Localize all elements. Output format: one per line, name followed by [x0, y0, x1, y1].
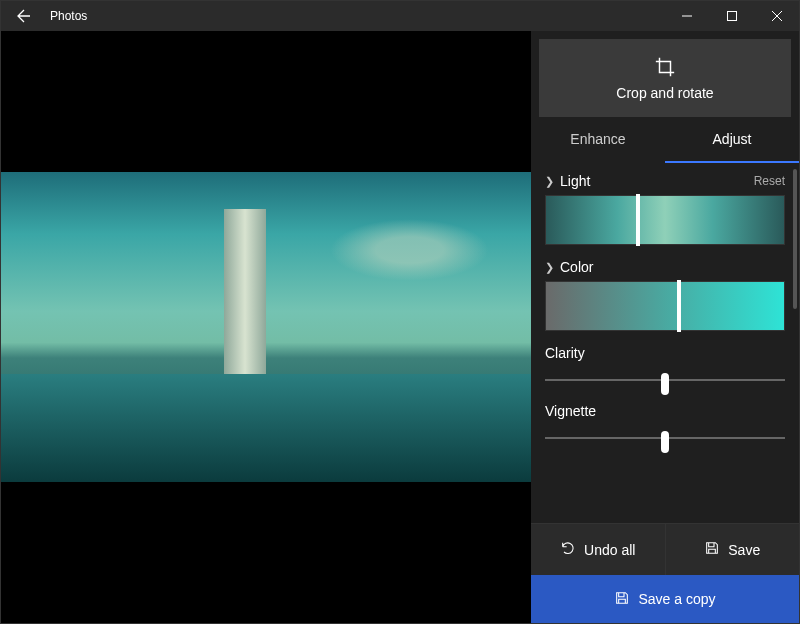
tab-enhance[interactable]: Enhance — [531, 117, 665, 163]
maximize-button[interactable] — [709, 1, 754, 31]
save-label: Save — [728, 542, 760, 558]
vignette-slider[interactable] — [545, 429, 785, 447]
action-bar: Undo all Save — [531, 523, 799, 575]
light-label: Light — [560, 173, 754, 189]
light-section: ❯ Light Reset — [531, 163, 799, 249]
chevron-right-icon[interactable]: ❯ — [545, 175, 554, 188]
clarity-section: Clarity — [531, 335, 799, 393]
clarity-label: Clarity — [545, 345, 785, 361]
chevron-right-icon[interactable]: ❯ — [545, 261, 554, 274]
tab-enhance-label: Enhance — [570, 131, 625, 147]
undo-label: Undo all — [584, 542, 635, 558]
save-copy-icon — [614, 590, 630, 609]
light-handle[interactable] — [636, 194, 640, 246]
color-slider-strip[interactable] — [545, 281, 785, 331]
color-handle[interactable] — [677, 280, 681, 332]
app-title: Photos — [46, 9, 664, 23]
crop-label: Crop and rotate — [616, 85, 713, 101]
tab-adjust-label: Adjust — [713, 131, 752, 147]
save-icon — [704, 540, 720, 559]
crop-rotate-button[interactable]: Crop and rotate — [539, 39, 791, 117]
editor-body: Crop and rotate Enhance Adjust ❯ Light R… — [1, 31, 799, 623]
save-copy-label: Save a copy — [638, 591, 715, 607]
clarity-thumb[interactable] — [661, 373, 669, 395]
tab-adjust[interactable]: Adjust — [665, 117, 799, 163]
undo-all-button[interactable]: Undo all — [531, 524, 665, 575]
scrollbar[interactable] — [793, 169, 797, 309]
save-button[interactable]: Save — [665, 524, 800, 575]
titlebar: Photos — [1, 1, 799, 31]
photo-canvas[interactable] — [1, 31, 531, 623]
light-slider-strip[interactable] — [545, 195, 785, 245]
svg-rect-1 — [727, 12, 736, 21]
back-button[interactable] — [1, 1, 46, 31]
close-button[interactable] — [754, 1, 799, 31]
vignette-thumb[interactable] — [661, 431, 669, 453]
vignette-section: Vignette — [531, 393, 799, 451]
minimize-button[interactable] — [664, 1, 709, 31]
vignette-label: Vignette — [545, 403, 785, 419]
clarity-slider[interactable] — [545, 371, 785, 389]
edit-tabs: Enhance Adjust — [531, 117, 799, 163]
photo-image — [1, 172, 531, 482]
color-label: Color — [560, 259, 785, 275]
photos-window: Photos Crop and rotate — [0, 0, 800, 624]
light-reset[interactable]: Reset — [754, 174, 785, 188]
color-section: ❯ Color — [531, 249, 799, 335]
crop-icon — [654, 56, 676, 81]
adjust-controls: ❯ Light Reset ❯ Color — [531, 163, 799, 523]
save-a-copy-button[interactable]: Save a copy — [531, 575, 799, 623]
side-panel: Crop and rotate Enhance Adjust ❯ Light R… — [531, 31, 799, 623]
undo-icon — [560, 540, 576, 559]
